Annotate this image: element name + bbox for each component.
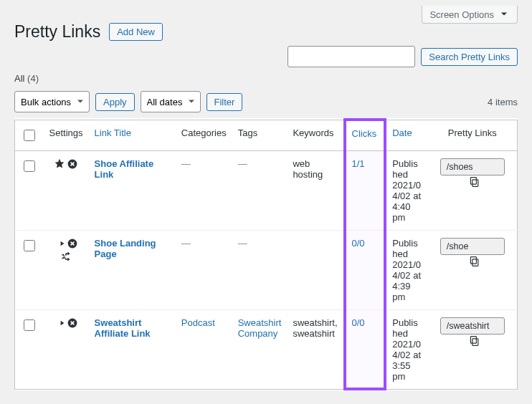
keywords-value: web hosting: [293, 158, 323, 180]
col-keywords: Keywords: [287, 120, 344, 150]
table-row: Shoe Affiliate Link——web hosting1/1Publi…: [15, 150, 518, 230]
screen-options-label: Screen Options: [429, 9, 494, 20]
clicks-link[interactable]: 1/1: [352, 158, 365, 169]
date-value: Published 2021/04/02 at 3:55 pm: [392, 317, 421, 382]
links-table: Settings Link Title Categories Tags Keyw…: [14, 118, 518, 390]
filter-button[interactable]: Filter: [206, 93, 243, 111]
col-clicks[interactable]: Clicks: [345, 120, 386, 150]
copy-icon[interactable]: [468, 175, 481, 188]
chevron-down-icon: [498, 9, 510, 20]
star-icon[interactable]: [54, 158, 65, 170]
x-icon[interactable]: [67, 158, 78, 170]
pretty-link-slug[interactable]: /shoe: [440, 238, 505, 255]
date-value: Published 2021/04/02 at 4:39 pm: [392, 238, 421, 302]
empty-value: —: [238, 238, 247, 249]
link-title[interactable]: Sweatshirt Affiliate Link: [95, 317, 151, 339]
date-value: Published 2021/04/02 at 4:40 pm: [392, 158, 421, 223]
search-input[interactable]: [288, 46, 415, 67]
empty-value: —: [181, 238, 191, 249]
pretty-link-slug[interactable]: /sweatshirt: [440, 317, 505, 335]
row-checkbox[interactable]: [24, 160, 35, 172]
svg-rect-2: [470, 177, 476, 184]
x-icon[interactable]: [67, 317, 78, 329]
svg-rect-5: [470, 256, 476, 264]
col-categories: Categories: [176, 120, 232, 150]
clicks-link[interactable]: 0/0: [352, 238, 365, 249]
svg-rect-8: [470, 336, 476, 343]
filter-tab-all[interactable]: All (4): [14, 73, 39, 84]
copy-icon[interactable]: [468, 335, 481, 347]
empty-value: —: [181, 158, 191, 169]
keywords-value: sweatshirt, sweatshirt: [293, 317, 337, 339]
copy-icon[interactable]: [468, 255, 481, 268]
screen-options-toggle[interactable]: Screen Options: [422, 6, 518, 24]
date-filter-select[interactable]: All dates: [141, 91, 201, 112]
col-tags: Tags: [232, 120, 288, 150]
forward-icon[interactable]: [54, 238, 65, 249]
row-checkbox[interactable]: [24, 319, 35, 331]
table-row: Sweatshirt Affiliate LinkPodcastSweatshi…: [15, 309, 518, 389]
col-link-title[interactable]: Link Title: [89, 120, 176, 150]
x-icon[interactable]: [67, 238, 78, 249]
pretty-link-slug[interactable]: /shoes: [440, 158, 505, 175]
select-all-checkbox[interactable]: [24, 130, 35, 141]
shuffle-icon[interactable]: [60, 251, 72, 262]
table-row: Shoe Landing Page——0/0Published 2021/04/…: [15, 230, 518, 309]
row-checkbox[interactable]: [24, 240, 35, 251]
items-count: 4 items: [488, 97, 518, 107]
tag-link[interactable]: Sweatshirt Company: [238, 317, 282, 339]
filter-tabs: All (4): [14, 73, 518, 84]
svg-rect-7: [472, 338, 478, 345]
page-title: Pretty Links: [14, 22, 100, 42]
svg-rect-1: [472, 179, 478, 186]
link-title[interactable]: Shoe Landing Page: [95, 238, 156, 259]
add-new-button[interactable]: Add New: [109, 23, 163, 41]
apply-bulk-button[interactable]: Apply: [95, 93, 135, 111]
svg-rect-4: [472, 259, 478, 266]
clicks-link[interactable]: 0/0: [352, 317, 365, 328]
category-link[interactable]: Podcast: [181, 317, 215, 328]
col-date[interactable]: Date: [385, 120, 427, 150]
col-settings: Settings: [44, 120, 89, 150]
forward-icon[interactable]: [54, 317, 65, 329]
link-title[interactable]: Shoe Affiliate Link: [95, 158, 154, 180]
bulk-actions-select[interactable]: Bulk actions: [14, 91, 90, 112]
empty-value: —: [238, 158, 247, 169]
col-pretty-links: Pretty Links: [428, 120, 518, 150]
search-button[interactable]: Search Pretty Links: [421, 48, 518, 66]
